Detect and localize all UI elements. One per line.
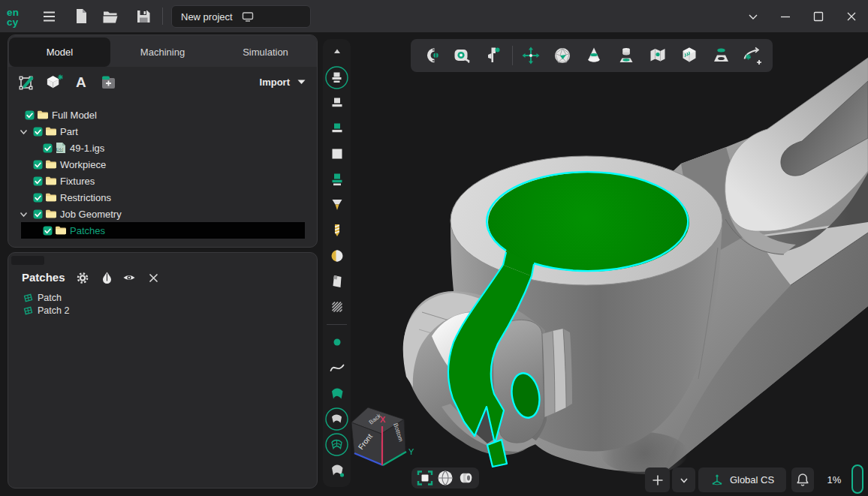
tree-item-label: 49-1.igs: [70, 143, 104, 154]
tree-item-patches[interactable]: Patches: [8, 222, 317, 239]
tree-item-part[interactable]: Part: [8, 123, 317, 140]
tool-countersink-button[interactable]: [323, 192, 351, 218]
text-button[interactable]: A: [72, 73, 91, 92]
folder-icon: [45, 176, 57, 186]
checkbox-checked[interactable]: [25, 110, 35, 120]
tab-machining[interactable]: Machining: [112, 38, 213, 67]
folder-icon: [45, 126, 57, 137]
patches-visibility-button[interactable]: [122, 271, 136, 284]
cone-button[interactable]: [580, 44, 607, 67]
tree-item-fixtures[interactable]: Fixtures: [8, 173, 317, 189]
magnet-button[interactable]: [417, 44, 445, 67]
view-controls: [411, 467, 479, 488]
cube-waves-button[interactable]: [676, 44, 703, 67]
map-surface-button[interactable]: [644, 44, 671, 67]
checkbox-checked[interactable]: [33, 176, 43, 186]
import-button[interactable]: Import: [260, 67, 306, 97]
section-view-button[interactable]: [456, 468, 475, 488]
fixture-teal-button[interactable]: [323, 167, 351, 192]
checkbox-checked[interactable]: [33, 209, 43, 219]
display-icon: [242, 11, 303, 23]
add-part-button[interactable]: [99, 73, 118, 92]
doc-plane-button[interactable]: [323, 269, 351, 294]
patches-close-button[interactable]: [146, 271, 160, 284]
tree-item-label: Part: [60, 126, 78, 137]
close-button[interactable]: [838, 0, 865, 32]
nav-cube[interactable]: Front Back Bottom X Y: [351, 407, 414, 465]
model-panel: ModelMachiningSimulation A Import Full M…: [8, 35, 318, 248]
measure-tape-button[interactable]: [449, 44, 476, 67]
surface-ring-button[interactable]: [323, 406, 351, 431]
checkbox-checked[interactable]: [43, 226, 53, 236]
cs-dropdown-button[interactable]: [672, 467, 695, 492]
tree-item-label: Fixtures: [60, 176, 95, 187]
stock-cylinder-button[interactable]: [613, 44, 640, 67]
move-button[interactable]: [517, 44, 544, 67]
tree-item-restrictions[interactable]: Restrictions: [8, 189, 317, 206]
patch-face-button[interactable]: [707, 44, 734, 67]
expand-chevron-icon[interactable]: [19, 209, 29, 219]
fixture-top-button[interactable]: [323, 90, 351, 116]
add-cs-button[interactable]: [645, 467, 670, 492]
maximize-button[interactable]: [805, 0, 832, 32]
checkbox-checked[interactable]: [33, 127, 43, 137]
shaded-sphere-button[interactable]: [436, 468, 455, 488]
app-logo[interactable]: ency: [4, 0, 29, 32]
folder-icon: [45, 209, 57, 219]
patches-settings-button[interactable]: [76, 271, 89, 284]
checkbox-checked[interactable]: [33, 160, 43, 170]
mesh-ring-button[interactable]: [323, 431, 351, 457]
new-project-button[interactable]: [68, 0, 94, 32]
caliper-button[interactable]: [481, 44, 508, 67]
solid-button[interactable]: [45, 73, 64, 92]
open-project-button[interactable]: [98, 0, 123, 32]
patch-item-1[interactable]: Patch: [8, 291, 317, 304]
collapse-titlebar-button[interactable]: [740, 0, 767, 32]
surface-teal-button[interactable]: [323, 380, 351, 406]
curve-add-button[interactable]: [739, 44, 766, 67]
minimize-button[interactable]: [772, 0, 799, 32]
sketch-button[interactable]: [18, 73, 37, 92]
notifications-button[interactable]: [791, 467, 814, 492]
geometry-toolbar: [323, 39, 351, 487]
cs-axis-icon: [710, 473, 724, 487]
tree-item-workpiece[interactable]: Workpiece: [8, 156, 317, 173]
expand-chevron-icon[interactable]: [19, 127, 29, 137]
tree-item-label: Full Model: [52, 110, 97, 121]
patch-item-2[interactable]: Patch 2: [8, 304, 317, 317]
workpiece-ring-button[interactable]: [323, 65, 351, 90]
point-button[interactable]: [323, 329, 351, 355]
hatch-region-button[interactable]: [323, 294, 351, 320]
panel-notch[interactable]: [11, 256, 44, 265]
svg-text:IGS: IGS: [57, 148, 63, 152]
tab-simulation[interactable]: Simulation: [215, 38, 316, 67]
global-cs-button[interactable]: Global CS: [698, 467, 786, 492]
tree-item-label: Restrictions: [60, 192, 111, 203]
curve-button[interactable]: [323, 355, 351, 380]
workpiece-box-button[interactable]: [323, 141, 351, 167]
tree-item-full-model[interactable]: Full Model: [8, 107, 317, 123]
main-menu-button[interactable]: [36, 0, 62, 32]
checkbox-checked[interactable]: [43, 143, 53, 153]
sphere-faceted-button[interactable]: [549, 44, 576, 67]
patch-item-label: Patch 2: [38, 305, 69, 316]
tree-item-job-geometry[interactable]: Job Geometry: [8, 206, 317, 222]
machine-part[interactable]: [403, 58, 868, 474]
tree-item-49-1-igs[interactable]: IGS49-1.igs: [8, 140, 317, 156]
project-name-field[interactable]: New project: [171, 5, 311, 28]
save-project-button[interactable]: [131, 0, 156, 32]
fit-view-button[interactable]: [415, 468, 435, 488]
folder-icon: [37, 110, 49, 120]
tab-model[interactable]: Model: [9, 38, 110, 67]
surface-point-button[interactable]: [323, 457, 351, 482]
patches-color-button[interactable]: [100, 271, 113, 284]
toolbar-divider: [512, 46, 513, 65]
checkbox-checked[interactable]: [33, 193, 43, 203]
collapse-arrow-button[interactable]: [323, 44, 351, 59]
tool-drill-button[interactable]: [323, 218, 351, 243]
titlebar: ency New project: [0, 0, 868, 32]
tool-mill-button[interactable]: [323, 243, 351, 269]
fixture-teal-top-button[interactable]: [323, 116, 351, 141]
viewport-toolbar: [411, 39, 773, 72]
progress-capsule: [851, 464, 863, 494]
